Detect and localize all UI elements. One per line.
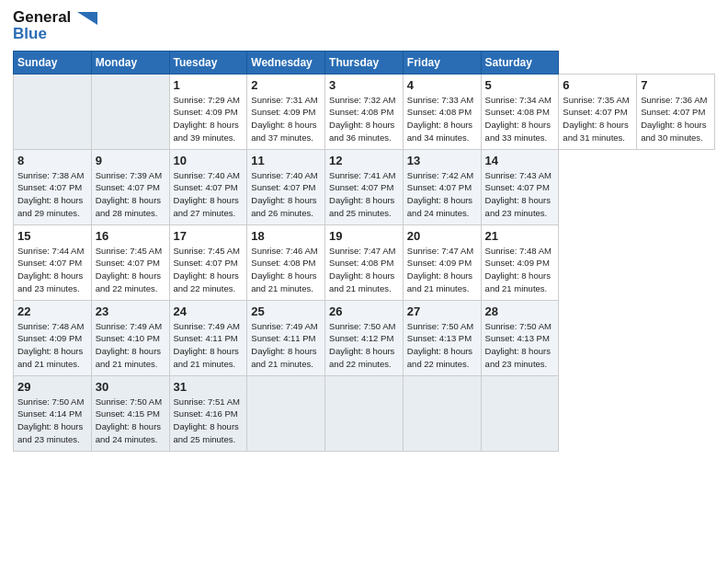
main-container: General Blue SundayMondayTuesdayWednesda… [0,0,728,461]
day-number: 3 [329,78,399,92]
day-number: 14 [485,154,555,167]
day-number: 29 [17,380,87,394]
day-number: 19 [329,229,399,243]
calendar-cell [247,375,325,451]
day-info: Sunrise: 7:48 AMSunset: 4:09 PMDaylight:… [17,320,87,371]
day-info: Sunrise: 7:39 AMSunset: 4:07 PMDaylight:… [96,169,165,220]
calendar-body: 1Sunrise: 7:29 AMSunset: 4:09 PMDaylight… [14,74,715,451]
calendar-cell: 25Sunrise: 7:49 AMSunset: 4:11 PMDayligh… [247,300,325,375]
day-number: 12 [329,154,399,167]
weekday-header-thursday: Thursday [325,51,404,74]
day-info: Sunrise: 7:35 AMSunset: 4:07 PMDaylight:… [563,94,632,144]
day-info: Sunrise: 7:45 AMSunset: 4:07 PMDaylight:… [96,245,165,295]
day-info: Sunrise: 7:34 AMSunset: 4:08 PMDaylight:… [485,94,555,144]
day-info: Sunrise: 7:44 AMSunset: 4:07 PMDaylight:… [17,245,87,295]
calendar-cell: 22Sunrise: 7:48 AMSunset: 4:09 PMDayligh… [14,300,92,375]
day-number: 31 [174,380,244,394]
calendar-cell: 28Sunrise: 7:50 AMSunset: 4:13 PMDayligh… [481,300,559,375]
day-info: Sunrise: 7:31 AMSunset: 4:09 PMDaylight:… [251,94,321,144]
day-number: 28 [485,304,555,318]
day-number: 13 [407,154,477,167]
calendar-week-5: 29Sunrise: 7:50 AMSunset: 4:14 PMDayligh… [14,375,715,451]
calendar-cell [91,74,169,149]
day-number: 23 [96,304,165,318]
logo-general: General [13,8,71,26]
calendar-week-1: 1Sunrise: 7:29 AMSunset: 4:09 PMDaylight… [14,74,715,149]
day-info: Sunrise: 7:42 AMSunset: 4:07 PMDaylight:… [407,169,477,220]
day-number: 22 [17,304,87,318]
day-info: Sunrise: 7:47 AMSunset: 4:08 PMDaylight:… [329,245,399,295]
svg-marker-0 [77,12,97,25]
calendar-cell: 4Sunrise: 7:33 AMSunset: 4:08 PMDaylight… [403,74,481,149]
calendar-cell: 5Sunrise: 7:34 AMSunset: 4:08 PMDaylight… [481,74,559,149]
header: General Blue [13,9,715,43]
calendar-cell: 29Sunrise: 7:50 AMSunset: 4:14 PMDayligh… [14,375,92,451]
calendar-cell: 17Sunrise: 7:45 AMSunset: 4:07 PMDayligh… [169,224,247,300]
day-info: Sunrise: 7:29 AMSunset: 4:09 PMDaylight:… [174,94,244,144]
calendar-cell [14,74,92,149]
logo-blue: Blue [13,25,47,43]
calendar-cell [481,375,559,451]
day-info: Sunrise: 7:40 AMSunset: 4:07 PMDaylight:… [251,169,321,220]
day-info: Sunrise: 7:51 AMSunset: 4:16 PMDaylight:… [174,396,244,446]
day-number: 20 [407,229,477,243]
day-number: 30 [96,380,165,394]
day-number: 8 [17,154,87,167]
calendar-cell: 6Sunrise: 7:35 AMSunset: 4:07 PMDaylight… [559,74,637,149]
calendar-week-4: 22Sunrise: 7:48 AMSunset: 4:09 PMDayligh… [14,300,715,375]
weekday-header-tuesday: Tuesday [169,51,247,74]
day-info: Sunrise: 7:40 AMSunset: 4:07 PMDaylight:… [174,169,244,220]
day-info: Sunrise: 7:50 AMSunset: 4:12 PMDaylight:… [329,320,399,371]
day-info: Sunrise: 7:50 AMSunset: 4:14 PMDaylight:… [17,396,87,446]
day-number: 4 [407,78,477,92]
day-number: 24 [174,304,244,318]
calendar-week-3: 15Sunrise: 7:44 AMSunset: 4:07 PMDayligh… [14,224,715,300]
day-number: 27 [407,304,477,318]
calendar-cell: 11Sunrise: 7:40 AMSunset: 4:07 PMDayligh… [247,149,325,224]
calendar-cell: 20Sunrise: 7:47 AMSunset: 4:09 PMDayligh… [403,224,481,300]
logo-flag-icon [77,12,97,25]
calendar-cell: 16Sunrise: 7:45 AMSunset: 4:07 PMDayligh… [91,224,169,300]
calendar-cell: 30Sunrise: 7:50 AMSunset: 4:15 PMDayligh… [91,375,169,451]
day-info: Sunrise: 7:41 AMSunset: 4:07 PMDaylight:… [329,169,399,220]
day-number: 16 [96,229,165,243]
calendar-cell: 21Sunrise: 7:48 AMSunset: 4:09 PMDayligh… [481,224,559,300]
day-info: Sunrise: 7:38 AMSunset: 4:07 PMDaylight:… [17,169,87,220]
day-number: 21 [485,229,555,243]
weekday-header-sunday: Sunday [14,51,92,74]
day-info: Sunrise: 7:50 AMSunset: 4:13 PMDaylight:… [407,320,477,371]
calendar-week-2: 8Sunrise: 7:38 AMSunset: 4:07 PMDaylight… [14,149,715,224]
calendar-cell: 8Sunrise: 7:38 AMSunset: 4:07 PMDaylight… [14,149,92,224]
calendar-cell: 12Sunrise: 7:41 AMSunset: 4:07 PMDayligh… [325,149,404,224]
calendar-cell: 23Sunrise: 7:49 AMSunset: 4:10 PMDayligh… [91,300,169,375]
logo: General Blue [13,9,97,43]
day-number: 10 [174,154,244,167]
calendar-cell: 15Sunrise: 7:44 AMSunset: 4:07 PMDayligh… [14,224,92,300]
day-number: 25 [251,304,321,318]
calendar-cell: 24Sunrise: 7:49 AMSunset: 4:11 PMDayligh… [169,300,247,375]
day-info: Sunrise: 7:45 AMSunset: 4:07 PMDaylight:… [174,245,244,295]
weekday-header-friday: Friday [403,51,481,74]
day-number: 1 [174,78,244,92]
day-info: Sunrise: 7:49 AMSunset: 4:11 PMDaylight:… [174,320,244,371]
calendar-cell: 7Sunrise: 7:36 AMSunset: 4:07 PMDaylight… [637,74,715,149]
day-number: 5 [485,78,555,92]
day-number: 15 [17,229,87,243]
day-number: 7 [641,78,711,92]
weekday-header-monday: Monday [91,51,169,74]
day-info: Sunrise: 7:33 AMSunset: 4:08 PMDaylight:… [407,94,477,144]
calendar-cell: 27Sunrise: 7:50 AMSunset: 4:13 PMDayligh… [403,300,481,375]
day-info: Sunrise: 7:49 AMSunset: 4:10 PMDaylight:… [96,320,165,371]
calendar-cell: 18Sunrise: 7:46 AMSunset: 4:08 PMDayligh… [247,224,325,300]
day-info: Sunrise: 7:43 AMSunset: 4:07 PMDaylight:… [485,169,555,220]
calendar-cell: 3Sunrise: 7:32 AMSunset: 4:08 PMDaylight… [325,74,404,149]
calendar-cell [325,375,404,451]
calendar-cell: 10Sunrise: 7:40 AMSunset: 4:07 PMDayligh… [169,149,247,224]
day-info: Sunrise: 7:46 AMSunset: 4:08 PMDaylight:… [251,245,321,295]
calendar-cell: 2Sunrise: 7:31 AMSunset: 4:09 PMDaylight… [247,74,325,149]
day-number: 17 [174,229,244,243]
day-number: 11 [251,154,321,167]
day-info: Sunrise: 7:32 AMSunset: 4:08 PMDaylight:… [329,94,399,144]
day-number: 2 [251,78,321,92]
day-info: Sunrise: 7:49 AMSunset: 4:11 PMDaylight:… [251,320,321,371]
